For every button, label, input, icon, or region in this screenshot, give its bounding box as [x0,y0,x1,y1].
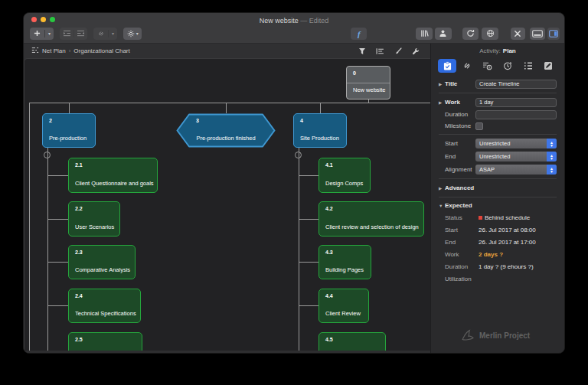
library-books-icon [420,29,429,38]
tools-button[interactable] [511,28,524,40]
end-row: End Unrestricted ▲▼ [439,150,557,163]
merlin-project-logo: Merlin Project [460,329,530,341]
expected-end-label: End [445,239,479,246]
activity-node[interactable]: 4.4 Client Review [318,289,369,323]
duration-label: Duration [445,111,475,118]
milestone-node-pre-production-finished[interactable]: 3 Pre-production finished [176,113,276,148]
tab-links[interactable] [458,59,476,73]
separator [439,93,557,93]
start-popup[interactable]: Unrestricted ▲▼ [475,139,557,148]
clipboard-check-icon [443,61,452,70]
node-title: Building Pages [325,266,368,273]
activity-node[interactable]: 2.1 Client Questionnaire and goals [68,158,158,193]
globe-icon [486,29,495,38]
activity-node[interactable]: 2.3 Comparative Analysis [68,245,136,279]
expected-utilization-row: Utilization [439,272,557,285]
activity-node[interactable]: 4.2 Client review and selection of desig… [318,201,424,237]
breadcrumb-separator: › [69,47,71,54]
expected-work-label: Work [445,251,479,258]
traffic-lights [31,17,55,22]
sync-button[interactable] [462,28,479,40]
publish-button[interactable] [482,28,498,40]
link-activities-button[interactable]: ▾ [93,28,117,40]
breadcrumb-page[interactable]: Organizational Chart [74,47,129,54]
tab-plan[interactable] [438,59,456,73]
add-activity-button[interactable]: ▾ [30,28,54,40]
disclosure-icon[interactable] [439,204,445,208]
netplan-canvas[interactable]: 0 New website 2 Pre-production 3 Pre-pro… [24,58,430,351]
duration-input[interactable] [475,110,557,119]
format-brush-button[interactable] [394,47,402,55]
milestone-checkbox[interactable] [475,122,483,130]
expected-start-row: Start 26. Jul 2017 at 08:00 [439,223,557,236]
activity-node[interactable]: 4.5 [318,332,386,351]
activity-node[interactable]: 2.5 [68,332,142,351]
disclosure-icon[interactable] [439,186,445,191]
person-icon [439,29,447,38]
toggle-bottom-panel-button[interactable] [530,28,546,40]
work-row: Work [439,96,557,109]
connector-line [299,148,299,351]
node-title: Client Questionnaire and goals [75,180,154,187]
expected-end-row: End 26. Jul 2017 at 17:00 [439,236,557,248]
start-label: Start [445,140,475,147]
group-node-pre-production[interactable]: 2 Pre-production [42,113,96,148]
expected-duration-row: Duration 1 day ? (9 ehours ?) [439,260,557,272]
disclosure-icon[interactable] [439,100,445,105]
outdent-icon [74,28,87,40]
inspector-header-value: Plan [503,47,516,54]
activity-node[interactable]: 4.1 Design Comps [318,158,371,193]
toggle-inspector-button[interactable] [547,28,560,40]
group-node-site-production[interactable]: 4 Site Production [293,113,347,148]
library-button[interactable] [416,28,433,40]
status-value: Behind schedule [485,214,530,221]
root-node[interactable]: 0 New website [346,66,390,100]
document-name: New website [260,17,299,24]
node-number: 4.1 [325,162,333,168]
indent-outdent-buttons[interactable] [60,28,87,40]
activity-node[interactable]: 4.3 Building Pages [318,245,371,279]
settings-gear-button[interactable]: ▾ [123,28,142,40]
tab-finance[interactable] [479,59,497,73]
connector-line [47,219,68,220]
node-title: Pre-production finished [176,135,276,142]
edited-indicator: — Edited [300,17,328,24]
node-number: 2.4 [75,293,83,299]
zoom-button[interactable] [50,17,55,22]
tab-time[interactable] [498,59,517,73]
minimize-button[interactable] [41,17,46,22]
connector-line [47,262,68,263]
end-popup[interactable]: Unrestricted ▲▼ [475,152,557,162]
inspector-fields: Title Work Duration Milestone [431,74,564,285]
node-title: Technical Specifications [75,310,137,317]
node-title: Client review and selection of design [325,223,420,230]
alignment-label: Alignment [445,166,475,173]
hexagon-shape [176,113,276,148]
expected-label: Expected [445,202,475,209]
outline-options-button[interactable] [376,47,384,55]
tab-notes[interactable] [539,59,557,73]
work-input[interactable] [475,98,557,107]
tab-lists[interactable] [519,59,537,73]
chevron-down-icon[interactable]: ▾ [45,28,54,40]
advanced-section-row[interactable]: Advanced [439,181,557,194]
disclosure-icon[interactable] [439,82,445,86]
breadcrumb-view[interactable]: Net Plan [42,47,66,54]
clock-icon [503,61,512,70]
filter-button[interactable] [358,47,366,55]
title-input[interactable] [475,80,557,89]
resources-button[interactable] [435,28,452,40]
link-icon [462,61,472,70]
activity-node[interactable]: 2.4 Technical Specifications [68,289,141,323]
connector-line [47,175,68,176]
node-title: Site Production [300,135,343,142]
node-number: 4.4 [325,293,333,299]
activity-node[interactable]: 2.2 User Scenarios [68,201,120,237]
expected-section-row[interactable]: Expected [439,200,557,211]
end-value: Unrestricted [475,153,510,160]
styles-button[interactable]: f [351,28,367,40]
node-number: 4.2 [325,206,333,211]
alignment-popup[interactable]: ASAP ▲▼ [475,165,557,175]
close-button[interactable] [31,17,37,22]
wrench-button[interactable] [412,47,420,55]
